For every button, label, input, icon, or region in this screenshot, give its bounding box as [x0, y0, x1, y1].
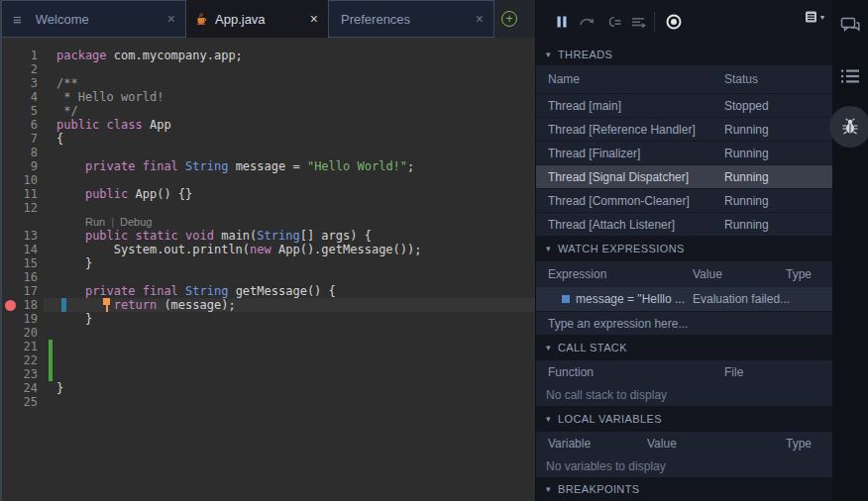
line-number: 1 [0, 49, 38, 62]
thread-row[interactable]: Thread [Common-Cleaner]Running [536, 188, 832, 212]
code-line-15[interactable]: 15 } [0, 256, 535, 270]
codelens-separator: | [111, 216, 114, 228]
code-line-18[interactable]: 18 return (message); [0, 298, 535, 312]
breakpoint-icon[interactable] [5, 300, 16, 311]
breakpoints-section-header[interactable]: ▾ BREAKPOINTS [536, 477, 832, 501]
code-line-14[interactable]: 14 System.out.println(new App().getMessa… [0, 243, 535, 256]
debug-bug-icon[interactable] [829, 106, 868, 148]
step-over-button[interactable] [575, 10, 600, 34]
git-added-marker [49, 340, 53, 353]
code-line-16[interactable]: 16 [0, 270, 535, 284]
line-number: 21 [0, 340, 38, 353]
column-header-type: Type [786, 437, 812, 451]
tab-app-java[interactable]: App.java × [186, 0, 328, 38]
git-added-marker [49, 353, 53, 367]
thread-row[interactable]: Thread [Reference Handler]Running [536, 117, 832, 141]
column-header-variable: Variable [548, 437, 591, 451]
code-token: "Hello World!" [307, 159, 407, 173]
close-icon[interactable]: × [310, 11, 318, 27]
codelens-debug-link[interactable]: Debug [120, 216, 152, 228]
code-line-4[interactable]: 4 * Hello world! [0, 90, 535, 104]
code-line-22[interactable]: 22 [0, 353, 535, 367]
code-line-24[interactable]: 24} [0, 381, 535, 395]
line-number: 4 [0, 90, 38, 104]
add-tab-button[interactable]: + [494, 0, 524, 38]
debug-console-selector[interactable]: ▾ [805, 10, 824, 24]
ide-window: ≡ Welcome × App.java × Pref [0, 0, 868, 501]
close-icon[interactable]: × [167, 11, 175, 27]
code-line-23[interactable]: 23 [0, 367, 535, 381]
step-into-button[interactable] [600, 10, 626, 34]
line-number: 6 [0, 118, 38, 132]
code-line-25[interactable]: 25 [0, 395, 535, 409]
hamburger-menu-icon[interactable]: ≡ [13, 11, 22, 28]
code-token [56, 284, 85, 298]
section-title: WATCH EXPRESSIONS [558, 243, 685, 254]
code-line-5[interactable]: 5 */ [0, 104, 535, 118]
line-number: 24 [0, 381, 38, 395]
line-number: 8 [0, 146, 38, 159]
code-line-10[interactable]: 10 [0, 173, 535, 187]
thread-row[interactable]: Thread [main]Stopped [536, 93, 832, 117]
code-line-6[interactable]: 6public class App [0, 118, 535, 132]
thread-name: Thread [Attach Listener] [548, 218, 675, 232]
threads-section-header[interactable]: ▾ THREADS [536, 44, 832, 65]
thread-name: Thread [Reference Handler] [548, 123, 696, 137]
chat-icon[interactable] [838, 14, 862, 38]
line-number: 9 [0, 159, 38, 173]
code-line-17[interactable]: 17 private final String getMessage() { [0, 284, 535, 298]
watch-section-header[interactable]: ▾ WATCH EXPRESSIONS [536, 236, 832, 261]
outline-list-icon[interactable] [838, 64, 862, 88]
thread-status: Running [724, 123, 769, 137]
code-line-3[interactable]: 3/** [0, 76, 535, 90]
step-out-button[interactable] [626, 10, 652, 34]
column-header-status: Status [724, 72, 758, 86]
code-line-1[interactable]: 1package com.mycompany.app; [0, 49, 535, 62]
code-token: com.mycompany.app; [107, 49, 243, 62]
stop-button[interactable] [661, 10, 687, 34]
code-line-20[interactable]: 20 [0, 326, 535, 340]
pause-button[interactable] [549, 10, 575, 34]
code-token [178, 284, 185, 298]
tab-preferences[interactable]: Preferences × [328, 0, 494, 38]
code-line-9[interactable]: 9 private final String message = "Hello … [0, 159, 535, 173]
codelens-run-debug[interactable]: Run|Debug [0, 215, 535, 229]
line-number: 5 [0, 104, 38, 118]
thread-row[interactable]: Thread [Attach Listener]Running [536, 212, 832, 236]
watch-expression-input[interactable]: Type an expression here... [536, 311, 832, 335]
tab-bar: ≡ Welcome × App.java × Pref [0, 0, 535, 38]
call-stack-section-header[interactable]: ▾ CALL STACK [536, 335, 832, 360]
codelens-run-link[interactable]: Run [85, 216, 105, 228]
code-token: new [250, 243, 271, 256]
code-token: String [185, 159, 228, 173]
code-token: String [257, 229, 299, 243]
section-title: THREADS [558, 49, 612, 60]
code-token: String [185, 284, 228, 298]
code-line-11[interactable]: 11 public App() {} [0, 187, 535, 201]
code-token: ; [407, 159, 414, 173]
line-number: 19 [0, 312, 38, 326]
code-line-7[interactable]: 7{ [0, 132, 535, 146]
thread-status: Running [724, 194, 769, 208]
code-line-21[interactable]: 21 [0, 340, 535, 353]
code-line-19[interactable]: 19 } [0, 312, 535, 326]
tab-label: Preferences [341, 12, 466, 27]
line-number: 15 [0, 256, 38, 270]
local-variables-section-header[interactable]: ▾ LOCAL VARIABLES [536, 406, 832, 432]
code-line-8[interactable]: 8 [0, 146, 535, 159]
tab-welcome[interactable]: ≡ Welcome × [0, 0, 186, 38]
java-file-icon [195, 13, 208, 26]
line-number: 25 [0, 395, 38, 409]
thread-status: Running [724, 218, 769, 232]
local-variables-table-header: Variable Value Type [536, 432, 832, 455]
chevron-down-icon: ▾ [546, 244, 551, 253]
thread-row[interactable]: Thread [Finalizer]Running [536, 141, 832, 164]
watch-expression-row[interactable]: message = "Helllo ...Evaluation failed..… [536, 287, 832, 311]
code-line-13[interactable]: 13 public static void main(String[] args… [0, 229, 535, 243]
code-line-12[interactable]: 12 [0, 201, 535, 215]
code-editor[interactable]: 1package com.mycompany.app;23/**4 * Hell… [0, 38, 535, 501]
code-token [178, 159, 185, 173]
thread-row[interactable]: Thread [Signal Dispatcher]Running [536, 164, 832, 188]
close-icon[interactable]: × [476, 11, 484, 27]
code-line-2[interactable]: 2 [0, 62, 535, 76]
